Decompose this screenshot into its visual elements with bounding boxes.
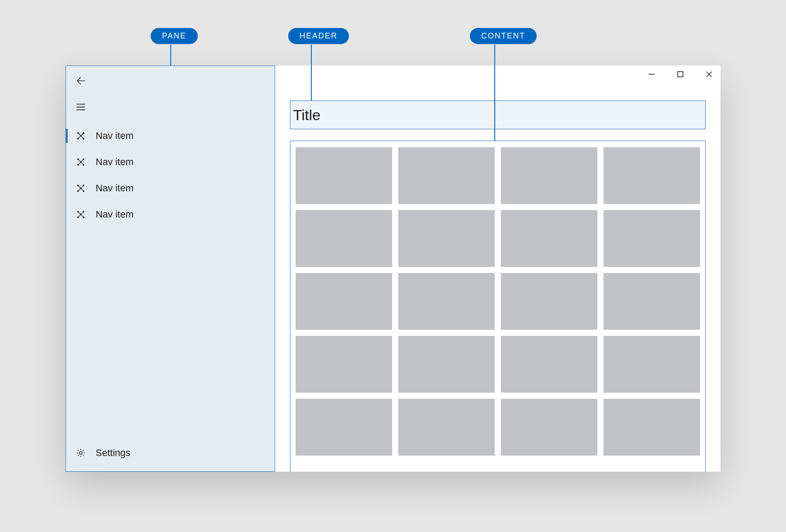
content-tile[interactable] — [501, 210, 597, 267]
content-tile[interactable] — [603, 336, 700, 393]
main-area: Title — [275, 66, 720, 472]
leader-pane — [170, 45, 171, 66]
close-button[interactable] — [704, 70, 714, 80]
svg-point-20 — [77, 216, 79, 218]
svg-point-13 — [77, 185, 79, 187]
content-tile[interactable] — [398, 399, 495, 456]
settings-label: Settings — [96, 447, 131, 459]
content-tile[interactable] — [398, 210, 495, 267]
nav-item-3[interactable]: Nav item — [66, 201, 275, 228]
nav-list: Nav item Nav item Nav item Nav item — [66, 123, 275, 440]
content-tile[interactable] — [603, 147, 700, 204]
svg-point-6 — [83, 138, 84, 139]
svg-rect-25 — [678, 72, 683, 77]
content-tile[interactable] — [398, 273, 495, 330]
gear-icon — [76, 448, 86, 458]
content-tile[interactable] — [603, 273, 700, 330]
content-tile[interactable] — [296, 399, 392, 456]
nav-item-label: Nav item — [96, 209, 134, 220]
content-tile[interactable] — [501, 399, 597, 456]
hamburger-icon — [75, 101, 86, 114]
svg-point-5 — [77, 138, 79, 139]
nav-item-1[interactable]: Nav item — [66, 149, 275, 175]
callout-content: CONTENT — [470, 28, 537, 44]
svg-point-10 — [77, 164, 79, 166]
svg-point-9 — [83, 159, 84, 160]
svg-point-15 — [77, 190, 79, 192]
minimize-icon — [648, 70, 655, 80]
svg-point-3 — [77, 132, 79, 134]
content-tile[interactable] — [603, 399, 700, 456]
content-area — [290, 141, 706, 472]
leader-content — [494, 45, 495, 141]
svg-point-23 — [79, 452, 82, 454]
content-tile[interactable] — [398, 336, 495, 393]
back-arrow-icon — [76, 76, 86, 88]
nav-item-icon — [76, 209, 86, 220]
hamburger-button[interactable] — [74, 101, 88, 115]
nav-item-label: Nav item — [96, 183, 134, 194]
pane-top — [66, 66, 275, 123]
svg-point-8 — [77, 159, 79, 160]
leader-header — [311, 45, 312, 100]
nav-item-icon — [76, 157, 86, 167]
callout-pane: PANE — [151, 28, 198, 44]
content-tile[interactable] — [296, 336, 392, 393]
window-controls — [646, 70, 714, 80]
nav-item-icon — [76, 131, 86, 141]
navigation-pane: Nav item Nav item Nav item Nav item — [66, 66, 275, 472]
minimize-button[interactable] — [646, 70, 657, 80]
svg-point-21 — [83, 216, 84, 218]
content-tile[interactable] — [603, 210, 700, 267]
svg-point-16 — [83, 190, 84, 192]
content-tile[interactable] — [398, 147, 495, 204]
svg-point-11 — [83, 164, 84, 166]
content-tile[interactable] — [501, 147, 597, 204]
svg-point-18 — [77, 211, 79, 213]
svg-point-4 — [83, 132, 84, 134]
nav-item-0[interactable]: Nav item — [66, 123, 275, 149]
nav-item-label: Nav item — [96, 156, 134, 168]
nav-item-label: Nav item — [96, 130, 134, 142]
back-button[interactable] — [74, 75, 88, 89]
page-header: Title — [290, 100, 706, 129]
svg-point-22 — [80, 214, 82, 215]
svg-point-17 — [80, 187, 82, 189]
content-tile[interactable] — [296, 210, 392, 267]
settings-item[interactable]: Settings — [66, 440, 275, 466]
nav-item-2[interactable]: Nav item — [66, 175, 275, 201]
close-icon — [705, 70, 713, 80]
nav-item-icon — [76, 183, 86, 193]
callout-header: HEADER — [288, 28, 349, 44]
svg-point-19 — [83, 211, 84, 213]
svg-point-14 — [83, 185, 84, 187]
content-tile[interactable] — [296, 273, 392, 330]
svg-point-7 — [80, 135, 82, 137]
content-tile[interactable] — [296, 147, 392, 204]
app-window: Nav item Nav item Nav item Nav item — [66, 66, 720, 472]
content-tile[interactable] — [501, 273, 597, 330]
pane-footer: Settings — [66, 440, 275, 471]
content-grid — [296, 147, 700, 456]
maximize-button[interactable] — [675, 70, 686, 80]
page-title: Title — [293, 107, 321, 124]
svg-point-12 — [80, 161, 82, 163]
maximize-icon — [677, 71, 684, 79]
content-tile[interactable] — [501, 336, 597, 393]
